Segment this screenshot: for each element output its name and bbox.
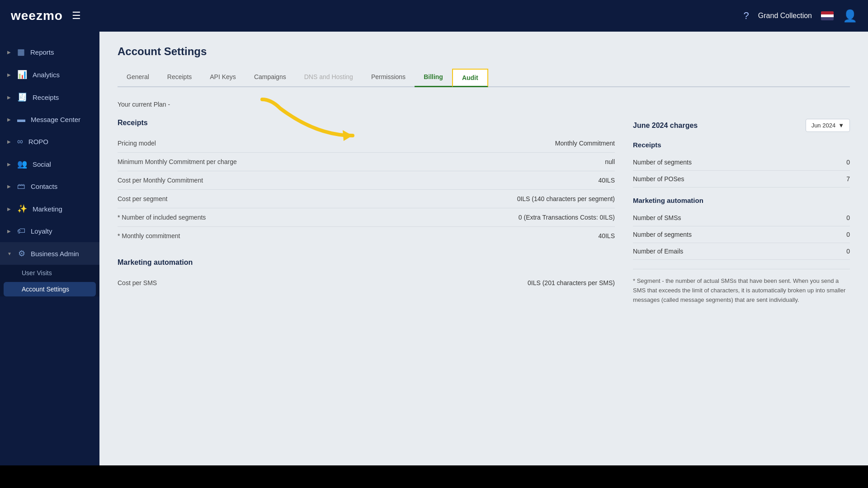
- arrow-icon: ▶: [7, 229, 11, 234]
- social-icon: 👥: [17, 159, 27, 169]
- sidebar-item-receipts[interactable]: ▶ 🧾 Receipts: [0, 86, 99, 108]
- sidebar-item-message-center[interactable]: ▶ ▬ Message Center: [0, 108, 99, 131]
- loyalty-icon: 🏷: [17, 226, 25, 236]
- sidebar-item-business-admin[interactable]: ▼ ⚙ Business Admin: [0, 242, 99, 265]
- row-label: * Number of included segments: [118, 214, 206, 221]
- tab-dns-hosting: DNS and Hosting: [295, 69, 362, 87]
- analytics-icon: 📊: [17, 70, 27, 80]
- sidebar-submenu-item-user-visits[interactable]: User Visits: [0, 265, 99, 281]
- sidebar-item-reports[interactable]: ▶ ▦ Reports: [0, 41, 99, 63]
- right-marketing-title: Marketing automation: [633, 197, 850, 204]
- row-label: Pricing model: [118, 140, 156, 147]
- date-selector-value: Jun 2024: [811, 122, 836, 129]
- arrow-icon: ▶: [7, 162, 11, 167]
- tab-api-keys[interactable]: API Keys: [201, 69, 245, 87]
- table-row: Number of Emails 0: [633, 243, 850, 260]
- topnav: weezmo ☰ ? Grand Collection 👤: [0, 0, 868, 32]
- row-value: 40ILS: [598, 177, 615, 184]
- table-row: Number of POSes 7: [633, 171, 850, 188]
- table-row: Cost per Monthly Commitment 40ILS: [118, 171, 615, 190]
- sidebar-item-loyalty[interactable]: ▶ 🏷 Loyalty: [0, 220, 99, 242]
- row-label: Cost per segment: [118, 195, 168, 202]
- arrow-icon: ▶: [7, 50, 11, 55]
- layout: ▶ ▦ Reports ▶ 📊 Analytics ▶ 🧾 Receipts ▶…: [0, 0, 868, 488]
- tab-general[interactable]: General: [118, 69, 158, 87]
- sidebar-item-label: ROPO: [28, 138, 48, 145]
- row-value: 0 (Extra Transactions Costs: 0ILS): [519, 214, 615, 221]
- tabs: General Receipts API Keys Campaigns DNS …: [118, 69, 850, 87]
- tab-billing[interactable]: Billing: [415, 69, 452, 87]
- table-row: Cost per segment 0ILS (140 characters pe…: [118, 190, 615, 208]
- arrow-icon: ▶: [7, 206, 11, 211]
- sidebar-item-social[interactable]: ▶ 👥 Social: [0, 153, 99, 175]
- sidebar-item-label: Message Center: [31, 116, 80, 123]
- arrow-icon: ▶: [7, 184, 11, 189]
- sidebar-item-analytics[interactable]: ▶ 📊 Analytics: [0, 63, 99, 86]
- topnav-left: weezmo ☰: [11, 9, 81, 23]
- receipts-section: Receipts Pricing model Monthly Commitmen…: [118, 119, 615, 245]
- arrow-icon: ▶: [7, 117, 11, 122]
- sidebar: ▶ ▦ Reports ▶ 📊 Analytics ▶ 🧾 Receipts ▶…: [0, 32, 99, 488]
- tab-permissions[interactable]: Permissions: [362, 69, 415, 87]
- tab-receipts[interactable]: Receipts: [158, 69, 201, 87]
- sidebar-item-contacts[interactable]: ▶ 🗃 Contacts: [0, 175, 99, 197]
- user-avatar-icon[interactable]: 👤: [843, 9, 857, 23]
- receipts-icon: 🧾: [17, 92, 27, 102]
- table-row: Number of segments 0: [633, 226, 850, 243]
- table-row: * Monthly commitment 40ILS: [118, 227, 615, 245]
- sidebar-item-label: Analytics: [33, 71, 60, 79]
- sidebar-item-label: Loyalty: [31, 227, 52, 235]
- reports-icon: ▦: [17, 47, 25, 57]
- business-admin-icon: ⚙: [18, 249, 25, 258]
- arrow-icon: ▶: [7, 139, 11, 144]
- sidebar-item-label: Social: [33, 160, 51, 168]
- chevron-down-icon: ▼: [838, 122, 844, 129]
- right-panel-header: June 2024 charges Jun 2024 ▼: [633, 119, 850, 132]
- row-value: 0: [846, 248, 850, 255]
- sidebar-submenu-business-admin: User Visits Account Settings: [0, 265, 99, 296]
- footnote: * Segment - the number of actual SMSs th…: [633, 269, 850, 305]
- arrow-icon: ▶: [7, 72, 11, 77]
- main-content: Account Settings General Receipts API Ke…: [99, 32, 868, 488]
- row-value: 7: [846, 175, 850, 183]
- flag-icon: [821, 11, 834, 20]
- sidebar-item-marketing[interactable]: ▶ ✨ Marketing: [0, 197, 99, 220]
- left-column: Receipts Pricing model Monthly Commitmen…: [118, 119, 615, 305]
- marketing-section-title: Marketing automation: [118, 258, 615, 267]
- tab-campaigns[interactable]: Campaigns: [245, 69, 295, 87]
- table-row: Minimum Monthly Commitment per charge nu…: [118, 153, 615, 171]
- topnav-right: ? Grand Collection 👤: [744, 9, 857, 23]
- sidebar-item-ropo[interactable]: ▶ ∞ ROPO: [0, 131, 99, 153]
- receipts-section-title: Receipts: [118, 119, 615, 127]
- row-value: 0ILS (201 characters per SMS): [528, 279, 615, 286]
- row-value: 0: [846, 214, 850, 221]
- date-selector[interactable]: Jun 2024 ▼: [806, 119, 850, 132]
- row-value: 0ILS (140 characters per segment): [517, 195, 615, 202]
- arrow-icon: ▶: [7, 95, 11, 100]
- brand-name: Grand Collection: [758, 12, 812, 20]
- help-icon[interactable]: ?: [744, 10, 749, 22]
- sidebar-item-label: Contacts: [31, 183, 57, 190]
- row-label: Cost per SMS: [118, 279, 157, 286]
- arrow-down-icon: ▼: [7, 251, 12, 256]
- right-receipts-title: Receipts: [633, 141, 850, 149]
- right-column: June 2024 charges Jun 2024 ▼ Receipts Nu…: [633, 119, 850, 305]
- ropo-icon: ∞: [17, 137, 23, 146]
- message-center-icon: ▬: [17, 115, 25, 124]
- charges-title: June 2024 charges: [633, 122, 698, 130]
- sidebar-item-label: Reports: [30, 48, 54, 56]
- row-label: Number of SMSs: [633, 214, 681, 221]
- tab-audit[interactable]: Audit: [452, 69, 488, 87]
- row-value: 0: [846, 231, 850, 238]
- row-label: Number of segments: [633, 159, 692, 166]
- marketing-icon: ✨: [17, 204, 27, 214]
- sidebar-submenu-item-account-settings[interactable]: Account Settings: [4, 282, 96, 296]
- row-value: Monthly Commitment: [555, 140, 615, 147]
- table-row: * Number of included segments 0 (Extra T…: [118, 208, 615, 227]
- row-value: 40ILS: [598, 232, 615, 239]
- table-row: Cost per SMS 0ILS (201 characters per SM…: [118, 274, 615, 292]
- row-label: Number of POSes: [633, 175, 684, 183]
- table-row: Number of segments 0: [633, 154, 850, 171]
- hamburger-icon[interactable]: ☰: [72, 10, 81, 22]
- sidebar-item-label: Receipts: [33, 94, 59, 101]
